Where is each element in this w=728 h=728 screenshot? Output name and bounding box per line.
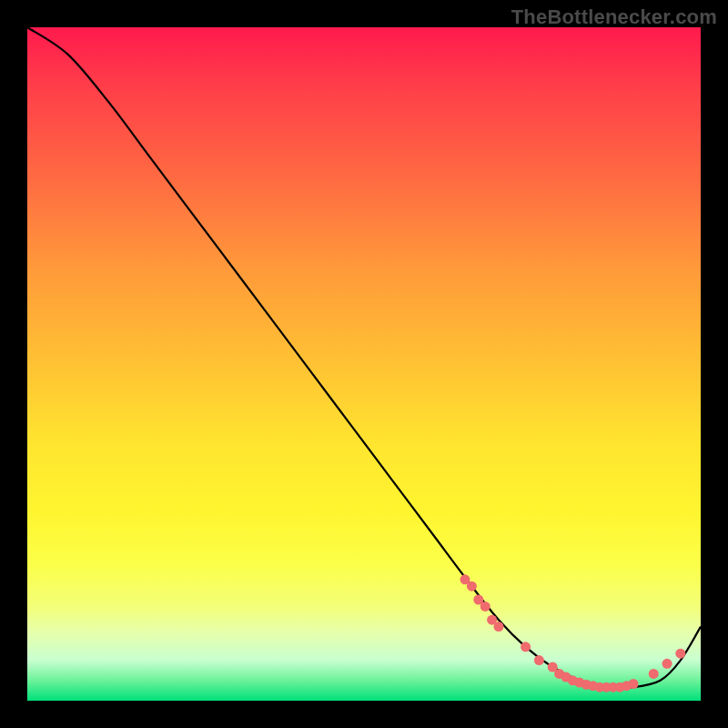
marker-dot xyxy=(662,659,672,669)
marker-dot xyxy=(521,642,531,652)
marker-dot xyxy=(649,669,659,679)
marker-dot xyxy=(675,649,685,659)
marker-dot xyxy=(467,581,477,592)
curve-line xyxy=(27,27,701,688)
marker-dot xyxy=(534,655,544,665)
marker-dot xyxy=(480,602,490,612)
marker-dot xyxy=(494,622,504,632)
attribution-label: TheBottlenecker.com xyxy=(511,5,717,29)
chart-frame: TheBottlenecker.com xyxy=(0,0,728,728)
plot-area xyxy=(27,27,701,701)
chart-svg xyxy=(27,27,701,701)
highlight-dots xyxy=(460,574,686,692)
marker-dot xyxy=(629,679,639,689)
